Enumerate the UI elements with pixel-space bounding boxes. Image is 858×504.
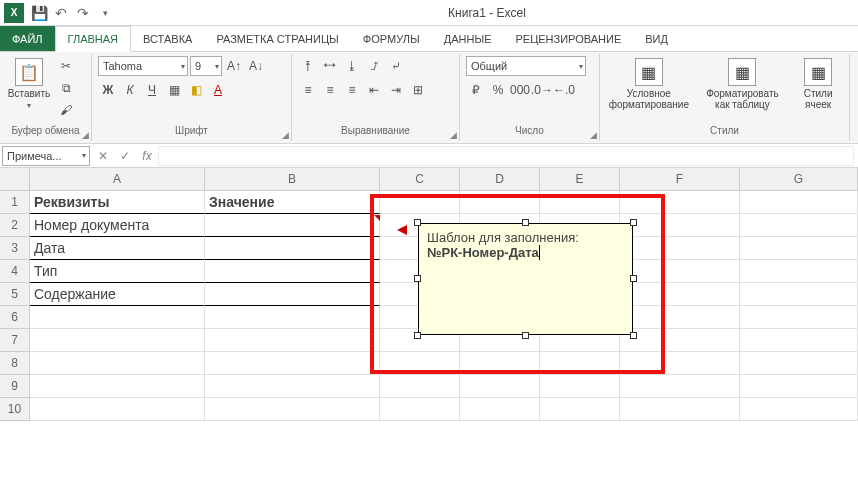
- font-launcher[interactable]: ◢: [282, 130, 289, 140]
- formula-input[interactable]: [158, 146, 854, 166]
- selection-handle[interactable]: [630, 275, 637, 282]
- cell-a5[interactable]: Содержание: [30, 283, 205, 306]
- row-header-1[interactable]: 1: [0, 191, 29, 214]
- tab-page-layout[interactable]: РАЗМЕТКА СТРАНИЦЫ: [204, 26, 350, 51]
- copy-icon[interactable]: ⧉: [56, 78, 76, 98]
- cell-e8[interactable]: [540, 352, 620, 375]
- cell-f3[interactable]: [620, 237, 740, 260]
- increase-decimal-icon[interactable]: .0→: [532, 80, 552, 100]
- currency-icon[interactable]: ₽: [466, 80, 486, 100]
- tab-review[interactable]: РЕЦЕНЗИРОВАНИЕ: [503, 26, 633, 51]
- decrease-decimal-icon[interactable]: ←.0: [554, 80, 574, 100]
- underline-button[interactable]: Ч: [142, 80, 162, 100]
- row-header-3[interactable]: 3: [0, 237, 29, 260]
- cell-a2[interactable]: Номер документа: [30, 214, 205, 237]
- comment-box[interactable]: Шаблон для заполнения: №РК-Номер-Дата: [418, 223, 633, 335]
- cell-e9[interactable]: [540, 375, 620, 398]
- align-right-icon[interactable]: ≡: [342, 80, 362, 100]
- row-header-9[interactable]: 9: [0, 375, 29, 398]
- cell-g3[interactable]: [740, 237, 858, 260]
- cancel-icon[interactable]: ✕: [92, 146, 114, 166]
- cell-f2[interactable]: [620, 214, 740, 237]
- cell-c9[interactable]: [380, 375, 460, 398]
- cell-a7[interactable]: [30, 329, 205, 352]
- cell-a9[interactable]: [30, 375, 205, 398]
- selection-handle[interactable]: [414, 219, 421, 226]
- cell-g6[interactable]: [740, 306, 858, 329]
- cell-d9[interactable]: [460, 375, 540, 398]
- cell-e10[interactable]: [540, 398, 620, 421]
- align-top-icon[interactable]: ⭱: [298, 56, 318, 76]
- cell-b10[interactable]: [205, 398, 380, 421]
- increase-font-icon[interactable]: A↑: [224, 56, 244, 76]
- cell-a1[interactable]: Реквизиты: [30, 191, 205, 214]
- align-bottom-icon[interactable]: ⭳: [342, 56, 362, 76]
- col-header-c[interactable]: C: [380, 168, 460, 191]
- col-header-b[interactable]: B: [205, 168, 380, 191]
- cell-b3[interactable]: [205, 237, 380, 260]
- row-header-4[interactable]: 4: [0, 260, 29, 283]
- cell-a6[interactable]: [30, 306, 205, 329]
- orientation-icon[interactable]: ⭜: [364, 56, 384, 76]
- cell-b5[interactable]: [205, 283, 380, 306]
- tab-home[interactable]: ГЛАВНАЯ: [55, 26, 131, 52]
- customize-qat-icon[interactable]: ▾: [94, 2, 116, 24]
- cell-b9[interactable]: [205, 375, 380, 398]
- border-icon[interactable]: ▦: [164, 80, 184, 100]
- font-color-icon[interactable]: A: [208, 80, 228, 100]
- cell-a4[interactable]: Тип: [30, 260, 205, 283]
- selection-handle[interactable]: [630, 332, 637, 339]
- cell-g10[interactable]: [740, 398, 858, 421]
- row-header-7[interactable]: 7: [0, 329, 29, 352]
- cell-f5[interactable]: [620, 283, 740, 306]
- cell-d10[interactable]: [460, 398, 540, 421]
- selection-handle[interactable]: [414, 275, 421, 282]
- number-launcher[interactable]: ◢: [590, 130, 597, 140]
- col-header-g[interactable]: G: [740, 168, 858, 191]
- cell-f9[interactable]: [620, 375, 740, 398]
- cell-d8[interactable]: [460, 352, 540, 375]
- select-all-corner[interactable]: [0, 168, 29, 191]
- cell-e1[interactable]: [540, 191, 620, 214]
- cell-g4[interactable]: [740, 260, 858, 283]
- name-box[interactable]: Примеча...: [2, 146, 90, 166]
- font-size-combo[interactable]: 9: [190, 56, 222, 76]
- col-header-e[interactable]: E: [540, 168, 620, 191]
- cell-c1[interactable]: [380, 191, 460, 214]
- cell-g1[interactable]: [740, 191, 858, 214]
- decrease-indent-icon[interactable]: ⇤: [364, 80, 384, 100]
- enter-icon[interactable]: ✓: [114, 146, 136, 166]
- cell-f10[interactable]: [620, 398, 740, 421]
- wrap-text-icon[interactable]: ⤶: [386, 56, 406, 76]
- cell-g9[interactable]: [740, 375, 858, 398]
- cell-f7[interactable]: [620, 329, 740, 352]
- cell-b1[interactable]: Значение: [205, 191, 380, 214]
- increase-indent-icon[interactable]: ⇥: [386, 80, 406, 100]
- tab-data[interactable]: ДАННЫЕ: [432, 26, 504, 51]
- insert-function-icon[interactable]: fx: [136, 146, 158, 166]
- alignment-launcher[interactable]: ◢: [450, 130, 457, 140]
- cell-d1[interactable]: [460, 191, 540, 214]
- number-format-combo[interactable]: Общий: [466, 56, 586, 76]
- align-left-icon[interactable]: ≡: [298, 80, 318, 100]
- conditional-formatting-button[interactable]: ▦ Условное форматирование: [606, 56, 692, 110]
- cut-icon[interactable]: ✂: [56, 56, 76, 76]
- cell-g8[interactable]: [740, 352, 858, 375]
- percent-icon[interactable]: %: [488, 80, 508, 100]
- row-header-8[interactable]: 8: [0, 352, 29, 375]
- comma-icon[interactable]: 000: [510, 80, 530, 100]
- decrease-font-icon[interactable]: A↓: [246, 56, 266, 76]
- font-name-combo[interactable]: Tahoma: [98, 56, 188, 76]
- cell-b8[interactable]: [205, 352, 380, 375]
- cell-a3[interactable]: Дата: [30, 237, 205, 260]
- undo-icon[interactable]: ↶: [50, 2, 72, 24]
- cell-f8[interactable]: [620, 352, 740, 375]
- clipboard-launcher[interactable]: ◢: [82, 130, 89, 140]
- tab-view[interactable]: ВИД: [633, 26, 680, 51]
- cell-g7[interactable]: [740, 329, 858, 352]
- cell-b2[interactable]: [205, 214, 380, 237]
- tab-formulas[interactable]: ФОРМУЛЫ: [351, 26, 432, 51]
- cell-c8[interactable]: [380, 352, 460, 375]
- row-header-2[interactable]: 2: [0, 214, 29, 237]
- row-header-6[interactable]: 6: [0, 306, 29, 329]
